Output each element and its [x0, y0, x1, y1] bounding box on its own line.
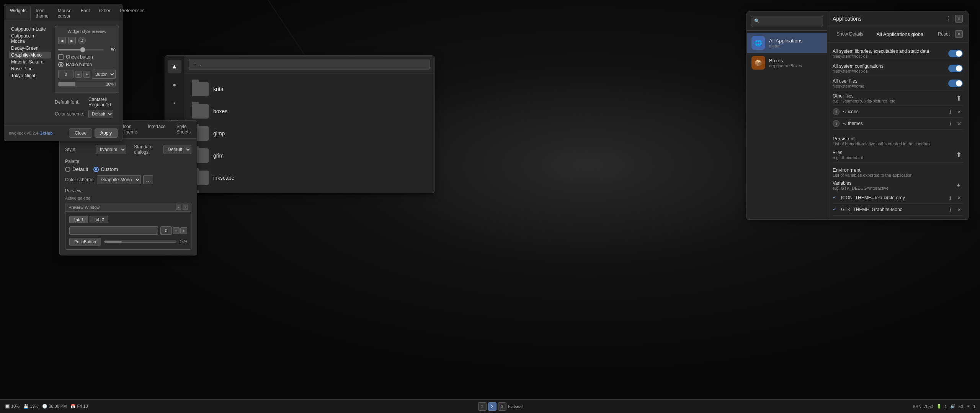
preview-spin-input[interactable] — [160, 226, 172, 235]
theme-graphite-mono[interactable]: Graphite-Mono — [9, 52, 51, 59]
standard-dialogs-select[interactable]: Default — [163, 145, 191, 154]
palette-default-radio[interactable] — [65, 167, 70, 172]
tab-style-sheets[interactable]: Style Sheets — [171, 121, 197, 138]
file-gimp[interactable]: gimp — [189, 122, 430, 145]
color-scheme-select[interactable]: Default — [88, 110, 113, 118]
palette-custom-label: Custom — [101, 166, 118, 172]
path-remove-btn-1[interactable]: ✕ — [955, 108, 963, 115]
apps-close-button[interactable]: × — [955, 15, 963, 23]
tab-other[interactable]: Other — [95, 6, 115, 21]
cs-dots-button[interactable]: … — [143, 175, 153, 184]
preview-spin-up[interactable]: + — [180, 227, 187, 234]
toggle-system-configs-switch[interactable] — [948, 65, 963, 72]
tab-interface[interactable]: Interface — [142, 121, 171, 138]
var-remove-btn-2[interactable]: ✕ — [955, 206, 963, 213]
tab-widgets[interactable]: Widgets — [6, 6, 31, 21]
push-button[interactable]: PushButton — [69, 238, 101, 246]
file-obs[interactable]: obs — [189, 189, 430, 193]
radio-button[interactable] — [58, 62, 64, 67]
theme-rose-pine[interactable]: Rose-Pine — [9, 65, 51, 72]
persistent-add-button[interactable]: ⬆ — [954, 151, 963, 159]
spin-up[interactable]: + — [83, 71, 90, 78]
preview-section-label: Preview — [65, 188, 191, 193]
cs-select[interactable]: Graphite-Mono — [97, 175, 141, 184]
slider-row: 50 — [58, 47, 116, 52]
app-item-boxes[interactable]: 📦 Boxes org.gnome.Boxes — [747, 53, 827, 73]
theme-catppuccin-latte[interactable]: Catppuccin-Latte — [9, 26, 51, 33]
app-item-all-applications[interactable]: 🌐 All Applications global — [747, 33, 827, 53]
toggle-system-libs-switch[interactable] — [948, 50, 963, 57]
nav-reload-btn[interactable]: ↺ — [78, 37, 86, 44]
fm-icon-browse[interactable]: ▪ — [168, 96, 181, 110]
app-sub-boxes: org.gnome.Boxes — [769, 63, 802, 68]
palette-custom-option[interactable]: Custom — [93, 166, 118, 172]
other-files-add-button[interactable]: ⬆ — [954, 94, 963, 102]
win-maximize[interactable]: + — [183, 205, 188, 210]
github-link[interactable]: GitHub — [39, 131, 52, 135]
preview-title: Widget style preview — [58, 29, 116, 34]
variables-sub: e.g. GTK_DEBUG=interactive — [833, 186, 889, 190]
variables-add-button[interactable]: + — [954, 181, 963, 190]
path-remove-btn-2[interactable]: ✕ — [955, 120, 963, 127]
var-info-btn-2[interactable]: ℹ — [946, 206, 954, 213]
nwg-content: Catppuccin-Latte Catppuccin-Mocha Decay-… — [4, 21, 122, 125]
preview-tab1[interactable]: Tab 1 — [69, 216, 88, 223]
fm-files-list: krita boxes gimp grim inkscape obs — [184, 73, 434, 193]
fm-icon-home[interactable]: ● — [168, 78, 181, 92]
var-info-btn-1[interactable]: ℹ — [946, 194, 954, 202]
close-button[interactable]: Close — [69, 128, 92, 138]
path-info-btn-2[interactable]: ℹ — [946, 120, 954, 127]
preview-slider[interactable] — [58, 49, 104, 50]
apply-button[interactable]: Apply — [95, 128, 118, 138]
preview-spin-down[interactable]: − — [173, 227, 180, 234]
file-krita[interactable]: krita — [189, 78, 430, 100]
nwg-look-panel: Widgets Icon theme Mouse cursor Font Oth… — [4, 4, 122, 141]
show-details-button[interactable]: Show Details — [833, 30, 867, 38]
palette-default-option[interactable]: Default — [65, 166, 88, 172]
combo-select[interactable]: Button — [92, 70, 116, 79]
apps-header-close[interactable]: × — [955, 30, 963, 38]
win-minimize[interactable]: − — [176, 205, 181, 210]
style-select[interactable]: kvantum — [96, 145, 126, 154]
nav-back-btn[interactable]: ◀ — [58, 37, 66, 44]
theme-tokyo-night[interactable]: Tokyo-Night — [9, 72, 51, 79]
var-remove-btn-1[interactable]: ✕ — [955, 194, 963, 202]
spin-input[interactable] — [58, 70, 74, 78]
file-boxes[interactable]: boxes — [189, 100, 430, 122]
apps-search-input[interactable] — [751, 16, 823, 26]
apps-search-area — [747, 12, 827, 31]
check-box[interactable] — [58, 54, 64, 60]
preview-window-body: Tab 1 Tab 2 − + PushButton 24 — [65, 212, 191, 249]
preview-input[interactable] — [69, 226, 158, 235]
preview-tab2[interactable]: Tab 2 — [90, 216, 108, 223]
theme-catppuccin-mocha[interactable]: Catppuccin-Mocha — [9, 33, 51, 45]
theme-material-sakura[interactable]: Material-Sakura — [9, 59, 51, 65]
tab-preferences[interactable]: Preferences — [116, 6, 149, 21]
nav-fwd-btn[interactable]: ▶ — [68, 37, 76, 44]
reset-button[interactable]: Reset — [934, 30, 954, 38]
other-files-row: Other files e.g. ~/games:ro, xdg-picture… — [833, 91, 963, 106]
tab-font[interactable]: Font — [77, 6, 94, 21]
pager-2[interactable]: 2 — [488, 402, 497, 411]
system-libs-sub: filesystem=host-os — [833, 54, 929, 59]
taskbar-right: BSNL7L50 🔋 1 🔊 50 ☀ 1 — [913, 404, 975, 409]
spin-down[interactable]: − — [75, 71, 82, 78]
palette-custom-radio[interactable] — [93, 167, 99, 172]
toggle-user-files-switch[interactable] — [948, 80, 963, 87]
fm-icon-up[interactable]: ▲ — [168, 60, 181, 73]
pager-3[interactable]: 3 — [498, 402, 506, 411]
font-value: Cantarell Regular 10 — [88, 97, 119, 107]
palette-section: Palette Default Custom Color scheme: Gra… — [65, 159, 191, 184]
tab-icon-theme[interactable]: Icon theme — [31, 6, 52, 21]
theme-decay-green[interactable]: Decay-Green — [9, 45, 51, 52]
path-info-btn-1[interactable]: ℹ — [946, 108, 954, 115]
fm-up-button[interactable]: ↑ .. — [189, 59, 430, 70]
file-grim[interactable]: grim — [189, 145, 430, 167]
file-inkscape[interactable]: inkscape — [189, 167, 430, 189]
font-row: Default font: Cantarell Regular 10 — [55, 97, 119, 107]
folder-icon-boxes — [192, 104, 209, 119]
apps-dots-button[interactable]: ⋮ — [944, 14, 953, 23]
tab-mouse-cursor[interactable]: Mouse cursor — [54, 6, 76, 21]
persistent-desc: List of homedir-relative paths created i… — [833, 141, 963, 146]
pager-1[interactable]: 1 — [478, 402, 487, 411]
